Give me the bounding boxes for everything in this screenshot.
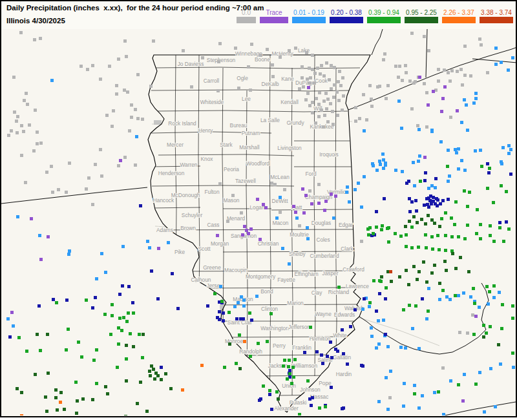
precip-dot bbox=[408, 197, 411, 200]
precip-dot bbox=[456, 70, 459, 73]
precip-dot bbox=[25, 92, 28, 95]
precip-dot bbox=[15, 120, 18, 123]
precip-dot bbox=[450, 69, 454, 72]
precip-dot bbox=[308, 189, 311, 193]
precip-dot bbox=[283, 359, 286, 362]
precip-dot bbox=[370, 335, 374, 338]
precip-dot bbox=[240, 295, 243, 299]
precip-dot bbox=[341, 407, 344, 410]
precip-dot bbox=[341, 76, 344, 79]
precip-dot bbox=[415, 209, 418, 213]
county-label-peoria: Peoria bbox=[224, 166, 239, 173]
precip-dot bbox=[383, 197, 386, 200]
precip-dot bbox=[55, 301, 58, 304]
precip-dot bbox=[310, 202, 313, 205]
precip-dot bbox=[34, 373, 37, 376]
precip-dot bbox=[286, 377, 289, 381]
precip-dot bbox=[476, 208, 479, 211]
county-label-grundy: Grundy bbox=[286, 120, 304, 126]
precip-dot bbox=[20, 391, 23, 394]
precip-dot bbox=[302, 211, 306, 215]
precip-dot bbox=[363, 175, 366, 178]
precip-dot bbox=[242, 304, 246, 308]
precip-dot bbox=[482, 324, 485, 327]
precip-dot bbox=[330, 87, 333, 90]
precip-dot bbox=[384, 297, 387, 300]
precip-dot bbox=[171, 272, 174, 275]
precip-dot bbox=[20, 154, 23, 157]
precip-dot bbox=[349, 325, 352, 328]
precip-dot bbox=[77, 341, 80, 344]
county-label-bond: Bond bbox=[260, 288, 273, 295]
precip-dot bbox=[304, 194, 308, 197]
precip-dot bbox=[511, 317, 514, 320]
precip-dot bbox=[303, 351, 306, 354]
precip-dot bbox=[333, 66, 336, 69]
precip-dot bbox=[336, 114, 339, 117]
precip-dot bbox=[218, 318, 221, 321]
precip-dot bbox=[292, 375, 295, 379]
precip-dot bbox=[233, 305, 237, 308]
precip-dot bbox=[423, 204, 426, 207]
precip-dot bbox=[91, 306, 94, 310]
county-label-wayne: Wayne bbox=[315, 311, 332, 317]
precip-dot bbox=[19, 31, 23, 34]
precip-dot bbox=[256, 198, 259, 201]
precip-dot bbox=[258, 238, 262, 241]
county-label-la-salle: La Salle bbox=[260, 117, 280, 123]
precip-dot bbox=[413, 392, 416, 395]
precip-dot bbox=[269, 312, 273, 315]
precip-dot bbox=[298, 224, 301, 227]
precip-dot bbox=[370, 98, 373, 101]
precip-dot bbox=[337, 80, 340, 83]
precip-dot bbox=[288, 369, 291, 372]
precip-dot bbox=[112, 109, 115, 112]
county-label-clark: Clark bbox=[341, 246, 353, 252]
precip-dot bbox=[444, 211, 447, 215]
precip-dot bbox=[362, 93, 365, 96]
precip-dot bbox=[322, 100, 326, 103]
precip-dot bbox=[454, 294, 457, 297]
precip-dot bbox=[94, 296, 97, 299]
precip-dot bbox=[160, 378, 163, 381]
precip-dot bbox=[375, 346, 378, 350]
precip-dot bbox=[461, 399, 465, 403]
precip-dot bbox=[381, 152, 385, 156]
precip-dot bbox=[220, 300, 224, 303]
county-label-christian: Christian bbox=[258, 240, 279, 247]
precip-dot bbox=[95, 277, 98, 280]
precip-dot bbox=[328, 78, 331, 81]
precip-dot bbox=[99, 78, 102, 81]
precip-dot bbox=[489, 325, 492, 328]
precip-dot bbox=[353, 308, 357, 311]
precip-dot bbox=[146, 240, 149, 243]
precip-dot bbox=[321, 362, 324, 365]
county-label-pike: Pike bbox=[174, 249, 185, 255]
precip-dot bbox=[245, 229, 248, 232]
county-label-lee: Lee bbox=[242, 96, 251, 102]
county-label-ford: Ford bbox=[305, 171, 316, 177]
precip-dot bbox=[416, 221, 419, 224]
precip-dot bbox=[332, 123, 335, 126]
precip-dot bbox=[271, 75, 275, 78]
precip-dot bbox=[498, 291, 501, 294]
precip-dot bbox=[332, 96, 335, 99]
precip-dot bbox=[466, 331, 469, 335]
precip-dot bbox=[127, 285, 131, 288]
county-label-crawford: Crawford bbox=[343, 266, 364, 273]
legend-label: 0.01 - 0.19 bbox=[293, 9, 324, 16]
precip-dot bbox=[255, 295, 258, 298]
precip-dot bbox=[330, 386, 333, 389]
county-label-union: Union bbox=[282, 383, 296, 389]
precip-dot bbox=[150, 269, 153, 273]
precip-dot bbox=[507, 68, 510, 72]
precip-dot bbox=[389, 370, 392, 373]
precip-dot bbox=[12, 324, 15, 328]
precip-dot bbox=[480, 165, 483, 168]
precip-dot bbox=[308, 397, 311, 401]
precip-dot bbox=[437, 68, 440, 71]
county-label-whiteside: Whiteside bbox=[200, 99, 224, 105]
precip-dot bbox=[250, 43, 253, 46]
legend-item-2.26-3.37: 2.26 - 3.37 bbox=[442, 9, 476, 23]
precip-dot bbox=[486, 71, 489, 74]
